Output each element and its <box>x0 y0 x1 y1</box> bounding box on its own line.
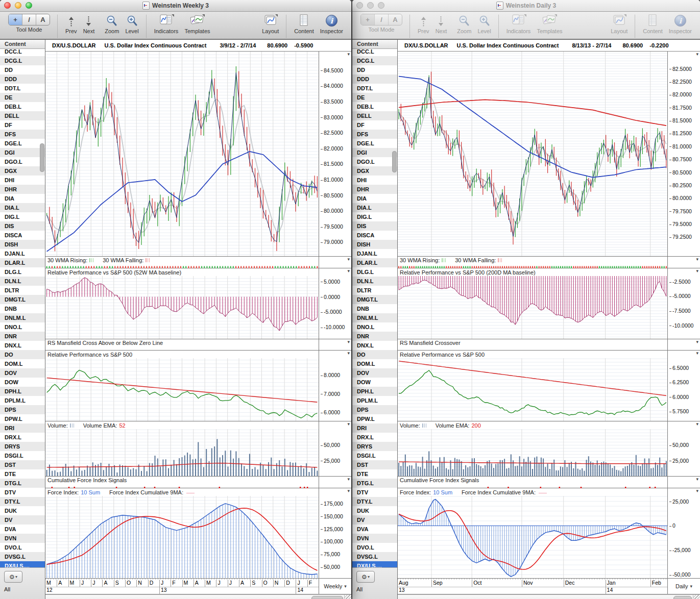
sidebar-item-dia-l[interactable]: DIA.L <box>352 203 397 212</box>
gear-action-button[interactable]: ⚙▾ <box>356 571 375 583</box>
rp-panel[interactable]: Relative Performance vs S&P 500 ▾6.50006… <box>398 351 700 421</box>
horizontal-scrollbar[interactable] <box>398 594 700 599</box>
sidebar-item-ddd[interactable]: DDD <box>0 74 45 84</box>
sidebar-item-dow[interactable]: DOW <box>352 378 397 387</box>
sidebar-item-dish[interactable]: DISH <box>0 240 45 249</box>
cfi-signal-strip[interactable]: Cumulative Force Index Signals ▾ <box>45 477 351 488</box>
sidebar-item-dd[interactable]: DD <box>0 65 45 74</box>
resize-grip[interactable] <box>693 595 700 599</box>
sidebar-item-dltr[interactable]: DLTR <box>0 286 45 295</box>
sidebar-item-dcc-l[interactable]: DCC.L <box>0 49 45 56</box>
rp-axis[interactable]: ▾8.00007.00006.0000 <box>319 351 351 421</box>
force-index-panel[interactable]: Force Index: 10 Sum Force Index Cumulati… <box>398 488 700 579</box>
sidebar-item-dlar-l[interactable]: DLAR.L <box>352 258 397 267</box>
sidebar-item-dnb[interactable]: DNB <box>0 304 45 313</box>
sidebar-item-disca[interactable]: DISCA <box>0 231 45 240</box>
price-axis[interactable]: ▾82.500082.250082.000081.750081.500081.2… <box>667 52 700 256</box>
sidebar-item-dri[interactable]: DRI <box>352 423 397 433</box>
sidebar-item-dov[interactable]: DOV <box>352 368 397 378</box>
sidebar-item-dtv[interactable]: DTV <box>0 488 45 497</box>
sidebar-item-dvsg-l[interactable]: DVSG.L <box>352 552 397 561</box>
panel-disclosure-icon[interactable]: ▾ <box>347 351 350 356</box>
panel-disclosure-icon[interactable]: ▾ <box>347 52 350 57</box>
sidebar-item-dgx[interactable]: DGX <box>352 166 397 176</box>
force-axis[interactable]: ▾25,0000-25,000-50,000 <box>667 488 700 578</box>
rp-axis[interactable]: ▾6.50006.25006.00005.7500 <box>667 351 700 421</box>
sidebar-item-dnx-l[interactable]: DNX.L <box>352 341 397 350</box>
sidebar-item-dmgt-l[interactable]: DMGT.L <box>0 295 45 304</box>
force-index-panel[interactable]: Force Index: 10 Sum Force Index Cumulati… <box>45 488 351 579</box>
sidebar-header[interactable]: Content <box>0 40 45 49</box>
sidebar-item-dno-l[interactable]: DNO.L <box>352 322 397 332</box>
periodicity-selector[interactable]: Weekly ▾ <box>319 579 351 594</box>
sidebar-item-df[interactable]: DF <box>352 120 397 130</box>
gear-action-button[interactable]: ⚙▾ <box>4 571 22 583</box>
sidebar-item-dst[interactable]: DST <box>352 460 397 469</box>
close-icon[interactable] <box>4 2 11 9</box>
panel-disclosure-icon[interactable]: ▾ <box>347 339 350 344</box>
rp-baseline-panel[interactable]: Relative Performance vs S&P 500 (52W MA … <box>45 268 351 339</box>
inspector-button[interactable]: iInspector <box>320 14 343 34</box>
sidebar-item-dish[interactable]: DISH <box>352 240 397 249</box>
mansfield-strip[interactable]: RS Mansfield Crossover ▾ <box>398 339 700 351</box>
sidebar-item-dnr[interactable]: DNR <box>352 332 397 341</box>
next-button[interactable]: Next <box>436 14 447 34</box>
sidebar-item-dge-l[interactable]: DGE.L <box>352 139 397 148</box>
sidebar-item-deb-l[interactable]: DEB.L <box>352 102 397 111</box>
sidebar-item-deb-l[interactable]: DEB.L <box>0 102 45 111</box>
sidebar-item-dgi[interactable]: DGI <box>0 148 45 157</box>
rp-baseline-panel[interactable]: Relative Performance vs S&P 500 (200D MA… <box>398 268 700 339</box>
zoom-out-button[interactable]: Zoom <box>105 14 119 34</box>
zoom-out-button[interactable]: Zoom <box>457 14 471 34</box>
sidebar-item-ddd[interactable]: DDD <box>352 74 397 84</box>
content-button[interactable]: Content <box>294 14 314 34</box>
sidebar-item-dplm-l[interactable]: DPLM.L <box>352 396 397 405</box>
sidebar-item-dlar-l[interactable]: DLAR.L <box>0 258 45 267</box>
cfi-signal-strip[interactable]: Cumulative Force Index Signals ▾ <box>398 477 700 488</box>
time-axis[interactable]: MAMJJASONDJFMAMJJASONDJF 121314 Weekly ▾ <box>45 579 351 594</box>
sidebar-item-dx-u-s-[interactable]: DX/U.S.... <box>0 561 45 567</box>
sidebar-item-dge-l[interactable]: DGE.L <box>0 139 45 148</box>
minimize-icon[interactable] <box>15 2 21 9</box>
sidebar-item-dtg-l[interactable]: DTG.L <box>352 479 397 488</box>
sidebar-item-dom-l[interactable]: DOM.L <box>0 359 45 368</box>
volume-panel[interactable]: Volume: Volume EMA: 52 ▾50,00025,000 <box>45 421 351 477</box>
sidebar-item-dps[interactable]: DPS <box>0 405 45 414</box>
sidebar-item-dow[interactable]: DOW <box>0 378 45 387</box>
sidebar-item-dnx-l[interactable]: DNX.L <box>0 341 45 350</box>
title-bar[interactable]: Weinstein Weekly 3 <box>0 0 351 12</box>
sidebar-item-djan-l[interactable]: DJAN.L <box>0 249 45 258</box>
zoom-window-icon[interactable] <box>26 2 32 9</box>
sidebar-item-dgi[interactable]: DGI <box>352 148 397 157</box>
sidebar-item-dell[interactable]: DELL <box>352 111 397 120</box>
panel-disclosure-icon[interactable]: ▾ <box>696 257 698 262</box>
sidebar-item-djan-l[interactable]: DJAN.L <box>352 249 397 258</box>
sidebar-item-dgo-l[interactable]: DGO.L <box>0 157 45 166</box>
sidebar-item-dtg-l[interactable]: DTG.L <box>0 479 45 488</box>
sidebar-item-dov[interactable]: DOV <box>0 368 45 378</box>
sidebar-item-dva[interactable]: DVA <box>0 525 45 534</box>
symbol-list[interactable]: DCC.LDCG.LDDDDDDDT.LDEDEB.LDELLDFDFSDGE.… <box>352 49 397 567</box>
rp-baseline-axis[interactable]: ▾5.00000.0000-5.0000-10.0000 <box>319 268 351 339</box>
sidebar-item-dia-l[interactable]: DIA.L <box>0 203 45 212</box>
rp-panel[interactable]: Relative Performance vs S&P 500 ▾8.00007… <box>45 351 351 421</box>
panel-disclosure-icon[interactable]: ▾ <box>696 52 698 57</box>
content-button[interactable]: Content <box>643 14 663 34</box>
sidebar-item-dom-l[interactable]: DOM.L <box>352 359 397 368</box>
sidebar-item-dhi[interactable]: DHI <box>352 176 397 185</box>
sidebar-item-dln-l[interactable]: DLN.L <box>352 277 397 286</box>
sidebar-item-dvo-l[interactable]: DVO.L <box>0 543 45 552</box>
sidebar-item-dhr[interactable]: DHR <box>352 185 397 194</box>
sidebar-item-dlg-l[interactable]: DLG.L <box>0 267 45 277</box>
periodicity-selector[interactable]: Daily ▾ <box>667 579 700 594</box>
sidebar-item-dlg-l[interactable]: DLG.L <box>352 267 397 277</box>
sidebar-item-dia[interactable]: DIA <box>0 194 45 203</box>
minimize-icon[interactable] <box>367 2 374 9</box>
sidebar-item-drys[interactable]: DRYS <box>352 442 397 451</box>
sidebar-item-dva[interactable]: DVA <box>352 525 397 534</box>
sidebar-item-dfs[interactable]: DFS <box>0 130 45 139</box>
panel-disclosure-icon[interactable]: ▾ <box>347 257 350 262</box>
volume-panel[interactable]: Volume: Volume EMA: 200 ▾50,00025,000 <box>398 421 700 477</box>
volume-axis[interactable]: ▾50,00025,000 <box>667 421 700 476</box>
text-tool-button[interactable]: A <box>389 14 402 25</box>
